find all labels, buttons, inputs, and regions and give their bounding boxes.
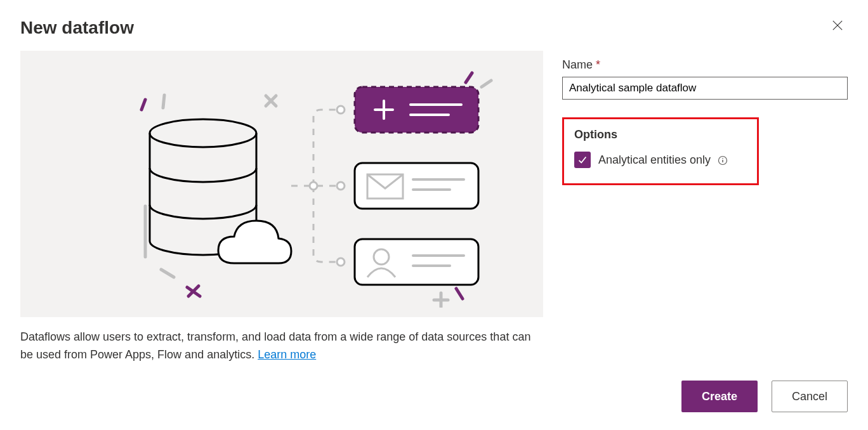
dialog-footer: Create Cancel xyxy=(681,381,848,412)
dialog-title: New dataflow xyxy=(20,18,848,38)
analytical-entities-checkbox-row: Analytical entities only xyxy=(574,152,747,168)
name-label: Name * xyxy=(562,58,848,72)
checkmark-icon xyxy=(577,154,588,166)
cancel-button[interactable]: Cancel xyxy=(772,381,848,412)
svg-point-20 xyxy=(337,258,345,266)
svg-line-2 xyxy=(141,100,145,110)
close-icon xyxy=(832,20,843,31)
svg-point-19 xyxy=(337,182,345,190)
options-panel: Options Analytical entities only xyxy=(562,117,759,185)
create-button[interactable]: Create xyxy=(681,381,758,412)
analytical-entities-label: Analytical entities only xyxy=(598,153,728,167)
svg-rect-30 xyxy=(355,239,478,285)
new-dataflow-dialog: New dataflow xyxy=(0,0,868,430)
learn-more-link[interactable]: Learn more xyxy=(258,348,316,361)
name-label-text: Name xyxy=(562,58,593,71)
required-indicator: * xyxy=(596,58,600,71)
svg-point-4 xyxy=(150,119,256,147)
svg-line-6 xyxy=(161,270,174,277)
dialog-description: Dataflows allow users to extract, transf… xyxy=(20,329,541,364)
svg-point-36 xyxy=(722,158,723,159)
svg-line-12 xyxy=(482,81,491,87)
svg-rect-21 xyxy=(355,87,478,133)
close-button[interactable] xyxy=(831,19,844,32)
info-icon[interactable] xyxy=(718,155,728,166)
svg-line-11 xyxy=(466,73,472,82)
analytical-entities-checkbox[interactable] xyxy=(574,152,591,168)
name-input[interactable] xyxy=(562,77,848,100)
svg-line-13 xyxy=(456,289,463,299)
dataflow-illustration-svg xyxy=(50,60,513,308)
analytical-entities-label-text: Analytical entities only xyxy=(598,153,711,166)
svg-line-3 xyxy=(163,95,164,108)
svg-rect-26 xyxy=(355,163,478,209)
svg-point-17 xyxy=(310,182,317,190)
options-title: Options xyxy=(574,128,747,141)
dataflow-illustration xyxy=(20,51,543,317)
svg-point-18 xyxy=(337,106,345,114)
